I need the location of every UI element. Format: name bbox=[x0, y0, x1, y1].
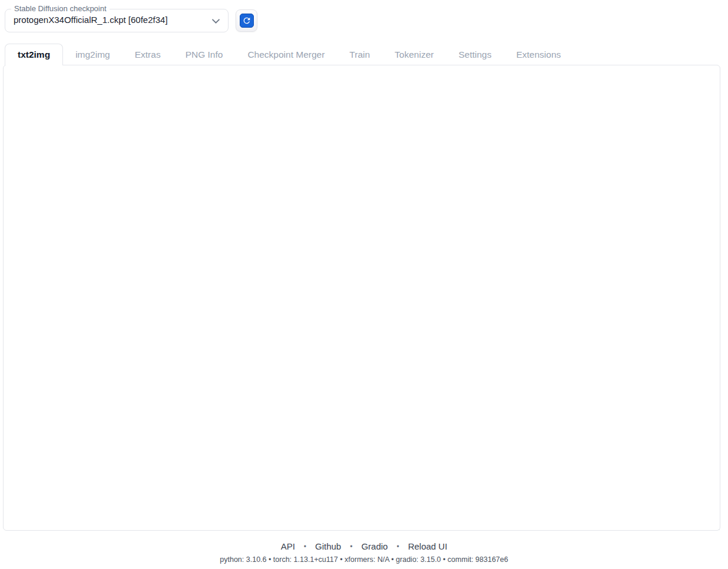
txt2img-panel bbox=[3, 65, 720, 531]
tab-tokenizer[interactable]: Tokenizer bbox=[382, 44, 446, 65]
bullet-separator: • bbox=[350, 542, 352, 551]
stable-diffusion-webui: Stable Diffusion checkpoint protogenX34O… bbox=[0, 0, 728, 569]
tab-settings[interactable]: Settings bbox=[446, 44, 504, 65]
bullet-separator: • bbox=[396, 542, 399, 551]
footer-link-api[interactable]: API bbox=[281, 541, 295, 551]
tab-checkpoint-merger[interactable]: Checkpoint Merger bbox=[235, 44, 337, 65]
bullet-separator: • bbox=[304, 542, 306, 551]
checkpoint-dropdown[interactable]: Stable Diffusion checkpoint protogenX34O… bbox=[5, 9, 229, 32]
refresh-icon bbox=[240, 14, 254, 28]
tab-txt2img[interactable]: txt2img bbox=[5, 44, 63, 65]
tab-extensions[interactable]: Extensions bbox=[504, 44, 573, 65]
tab-extras[interactable]: Extras bbox=[123, 44, 173, 65]
footer-links: API • Github • Gradio • Reload UI bbox=[0, 541, 728, 551]
footer-versions: python: 3.10.6 • torch: 1.13.1+cu117 • x… bbox=[0, 555, 728, 564]
checkpoint-label: Stable Diffusion checkpoint bbox=[11, 4, 110, 13]
checkpoint-value: protogenX34OfficialR_1.ckpt [60fe2f34] bbox=[14, 15, 168, 25]
tab-train[interactable]: Train bbox=[337, 44, 382, 65]
footer-link-gradio[interactable]: Gradio bbox=[361, 541, 388, 551]
refresh-checkpoint-button[interactable] bbox=[236, 9, 257, 32]
chevron-down-icon bbox=[212, 19, 220, 24]
footer-link-github[interactable]: Github bbox=[315, 541, 341, 551]
tab-img2img[interactable]: img2img bbox=[63, 44, 123, 65]
tab-png-info[interactable]: PNG Info bbox=[173, 44, 236, 65]
footer-link-reload-ui[interactable]: Reload UI bbox=[408, 541, 448, 551]
main-tab-bar: txt2img img2img Extras PNG Info Checkpoi… bbox=[5, 44, 573, 65]
